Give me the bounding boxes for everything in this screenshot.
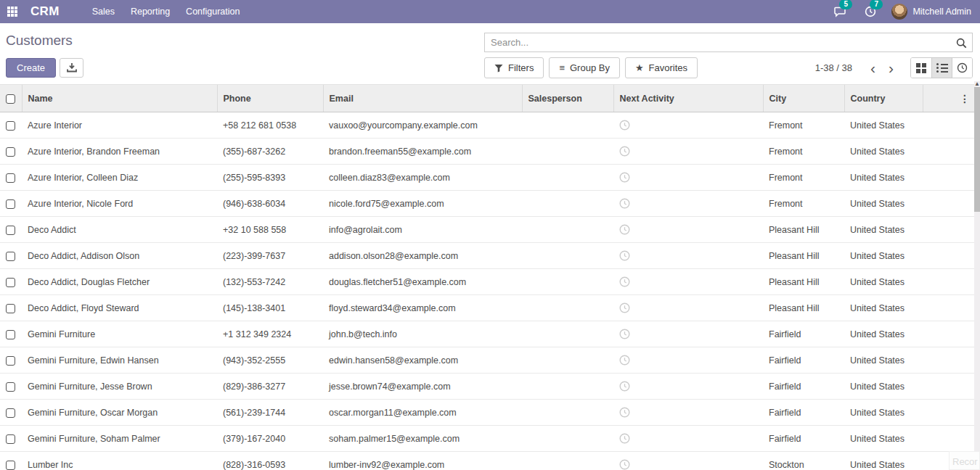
list-view-button[interactable]: [931, 58, 952, 78]
scrollbar-thumb[interactable]: [974, 87, 980, 212]
cell-filler: [923, 269, 974, 295]
cell-country: United States: [844, 347, 923, 374]
next-activity-clock-icon[interactable]: [619, 381, 630, 391]
create-button[interactable]: Create: [6, 58, 56, 78]
customer-row[interactable]: Azure Interior, Brandon Freeman (355)-68…: [0, 139, 974, 165]
column-header-salesperson[interactable]: Salesperson: [522, 85, 613, 112]
row-select-cell: [0, 191, 22, 217]
cell-next-activity: [613, 374, 763, 400]
customer-row[interactable]: Deco Addict, Addison Olson (223)-399-763…: [0, 243, 974, 269]
search-input[interactable]: [485, 33, 972, 51]
clock-view-icon: [957, 62, 968, 73]
favorites-button[interactable]: ★ Favorites: [625, 57, 698, 78]
group-by-label: Group By: [570, 62, 610, 73]
cell-filler: [923, 165, 974, 191]
column-header-city[interactable]: City: [763, 85, 844, 112]
next-activity-clock-icon[interactable]: [619, 433, 630, 443]
cell-city: Pleasant Hill: [763, 295, 844, 321]
column-header-next-activity[interactable]: Next Activity: [613, 85, 763, 112]
activity-view-button[interactable]: [952, 58, 972, 78]
cell-city: Pleasant Hill: [763, 269, 844, 295]
pager-next-button[interactable]: ›: [882, 59, 900, 77]
kanban-view-button[interactable]: [911, 58, 931, 78]
column-header-name[interactable]: Name: [22, 85, 217, 112]
nav-item-reporting[interactable]: Reporting: [123, 0, 178, 23]
activities-menu-button[interactable]: 7: [861, 4, 880, 20]
cell-phone: (223)-399-7637: [217, 243, 323, 269]
row-checkbox[interactable]: [6, 330, 15, 339]
customer-row[interactable]: Azure Interior +58 212 681 0538 vauxoo@y…: [0, 112, 974, 139]
filters-button[interactable]: Filters: [484, 57, 544, 78]
star-icon: ★: [635, 63, 644, 73]
vertical-scrollbar[interactable]: ▲ ▼: [974, 81, 980, 470]
customer-row[interactable]: Deco Addict +32 10 588 558 info@agrolait…: [0, 217, 974, 243]
next-activity-clock-icon[interactable]: [619, 329, 630, 339]
cell-email: oscar.morgan11@example.com: [323, 400, 522, 426]
customer-row[interactable]: Azure Interior, Nicole Ford (946)-638-60…: [0, 191, 974, 217]
next-activity-clock-icon[interactable]: [619, 276, 630, 286]
row-checkbox[interactable]: [6, 226, 15, 235]
customer-row[interactable]: Gemini Furniture, Jesse Brown (829)-386-…: [0, 374, 974, 400]
next-activity-clock-icon[interactable]: [619, 459, 630, 469]
row-checkbox[interactable]: [6, 461, 15, 470]
next-activity-clock-icon[interactable]: [619, 224, 630, 234]
customer-row[interactable]: Gemini Furniture +1 312 349 2324 john.b@…: [0, 321, 974, 347]
column-header-phone[interactable]: Phone: [217, 85, 323, 112]
row-checkbox[interactable]: [6, 173, 15, 183]
cell-email: nicole.ford75@example.com: [323, 191, 522, 217]
cell-country: United States: [844, 321, 923, 347]
cell-city: Fairfield: [763, 426, 844, 452]
nav-item-sales[interactable]: Sales: [84, 0, 123, 23]
next-activity-clock-icon[interactable]: [619, 355, 630, 365]
search-box: [484, 33, 973, 52]
customer-row[interactable]: Deco Addict, Douglas Fletcher (132)-553-…: [0, 269, 974, 295]
customer-row[interactable]: Lumber Inc (828)-316-0593 lumber-inv92@e…: [0, 452, 974, 470]
next-activity-clock-icon[interactable]: [619, 198, 630, 208]
customer-row[interactable]: Deco Addict, Floyd Steward (145)-138-340…: [0, 295, 974, 321]
row-checkbox[interactable]: [6, 356, 15, 366]
column-header-email[interactable]: Email: [323, 85, 522, 112]
row-checkbox[interactable]: [6, 434, 15, 444]
cell-salesperson: [522, 374, 613, 400]
scrollbar-up-arrow[interactable]: ▲: [974, 81, 980, 87]
row-checkbox[interactable]: [6, 252, 15, 261]
row-checkbox[interactable]: [6, 278, 15, 287]
apps-menu-button[interactable]: [0, 0, 25, 23]
cell-next-activity: [613, 347, 763, 374]
customer-row[interactable]: Gemini Furniture, Soham Palmer (379)-167…: [0, 426, 974, 452]
row-checkbox[interactable]: [6, 199, 15, 209]
row-checkbox[interactable]: [6, 408, 15, 418]
messages-menu-button[interactable]: 5: [830, 4, 849, 20]
search-button[interactable]: [953, 36, 969, 50]
next-activity-clock-icon[interactable]: [619, 250, 630, 260]
cell-name: Azure Interior, Colleen Diaz: [22, 165, 217, 191]
app-brand[interactable]: CRM: [30, 4, 60, 19]
cell-next-activity: [613, 452, 763, 470]
export-button[interactable]: [60, 58, 83, 78]
cell-next-activity: [613, 269, 763, 295]
customer-row[interactable]: Azure Interior, Colleen Diaz (255)-595-8…: [0, 165, 974, 191]
customer-row[interactable]: Gemini Furniture, Oscar Morgan (561)-239…: [0, 400, 974, 426]
user-menu-button[interactable]: Mitchell Admin: [891, 4, 971, 20]
customer-row[interactable]: Gemini Furniture, Edwin Hansen (943)-352…: [0, 347, 974, 374]
next-activity-clock-icon[interactable]: [619, 172, 630, 182]
row-select-cell: [0, 295, 22, 321]
group-by-button[interactable]: ≡ Group By: [549, 57, 620, 78]
row-checkbox[interactable]: [6, 121, 15, 131]
cell-country: United States: [844, 426, 923, 452]
row-checkbox[interactable]: [6, 147, 15, 157]
favorites-label: Favorites: [649, 62, 687, 73]
nav-item-configuration[interactable]: Configuration: [178, 0, 248, 23]
next-activity-clock-icon[interactable]: [619, 120, 630, 130]
row-checkbox[interactable]: [6, 304, 15, 313]
next-activity-clock-icon[interactable]: [619, 146, 630, 156]
select-all-checkbox[interactable]: [6, 94, 15, 104]
cell-name: Deco Addict, Floyd Steward: [22, 295, 217, 321]
next-activity-clock-icon[interactable]: [619, 302, 630, 313]
row-checkbox[interactable]: [6, 382, 15, 392]
optional-columns-toggle[interactable]: ⋮: [960, 93, 970, 104]
column-header-country[interactable]: Country: [844, 85, 923, 112]
next-activity-clock-icon[interactable]: [619, 407, 630, 417]
pager-previous-button[interactable]: ‹: [864, 59, 882, 77]
row-select-cell: [0, 139, 22, 165]
